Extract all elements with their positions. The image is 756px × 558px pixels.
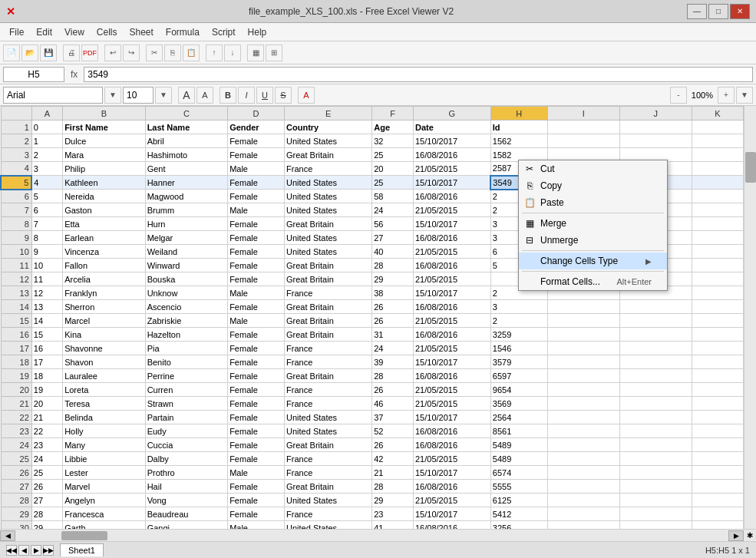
ctx-cut[interactable]: ✂ Cut — [519, 160, 667, 177]
cell-h27[interactable]: 5555 — [490, 480, 547, 494]
cell-d30[interactable]: Male — [228, 521, 285, 530]
cell-b4[interactable]: Philip — [63, 162, 146, 176]
font-size-input[interactable] — [123, 87, 154, 104]
cell-b26[interactable]: Lester — [63, 466, 146, 480]
cell-f21[interactable]: 46 — [372, 397, 414, 411]
cell-h21[interactable]: 3569 — [490, 397, 547, 411]
cell-h29[interactable]: 5412 — [490, 507, 547, 521]
cell-g24[interactable]: 16/08/2016 — [414, 438, 491, 452]
cell-c15[interactable]: Zabriskie — [145, 314, 228, 328]
row-header-13[interactable]: 13 — [1, 286, 31, 300]
menu-item-formula[interactable]: Formula — [160, 25, 206, 39]
cell-j19[interactable] — [619, 369, 692, 383]
cell-f3[interactable]: 25 — [372, 148, 414, 162]
cell-b15[interactable]: Marcel — [63, 314, 146, 328]
minimize-button[interactable]: — — [687, 4, 707, 19]
cell-b19[interactable]: Lauralee — [63, 369, 146, 383]
cell-k6[interactable] — [692, 190, 743, 203]
cell-e6[interactable]: United States — [285, 190, 372, 203]
cell-g25[interactable]: 21/05/2015 — [414, 452, 491, 466]
col-header-h[interactable]: H — [490, 107, 547, 121]
cell-k22[interactable] — [692, 411, 743, 424]
cell-j18[interactable] — [619, 355, 692, 369]
cell-f15[interactable]: 26 — [372, 314, 414, 328]
cell-a23[interactable]: 22 — [31, 424, 62, 438]
col-header-j[interactable]: J — [619, 107, 692, 121]
cell-i1[interactable] — [547, 121, 619, 134]
cell-g10[interactable]: 21/05/2015 — [414, 245, 491, 259]
hscroll-bar[interactable]: ◀ ▶ ✱ — [0, 529, 756, 541]
cell-f5[interactable]: 25 — [372, 176, 414, 190]
cell-d25[interactable]: Female — [228, 452, 285, 466]
cell-k7[interactable] — [692, 203, 743, 217]
cell-d18[interactable]: Female — [228, 355, 285, 369]
cell-g16[interactable]: 16/08/2016 — [414, 328, 491, 342]
cell-f16[interactable]: 31 — [372, 328, 414, 342]
cell-k17[interactable] — [692, 342, 743, 355]
cell-k10[interactable] — [692, 245, 743, 259]
cell-e28[interactable]: United States — [285, 494, 372, 507]
cell-d6[interactable]: Female — [228, 190, 285, 203]
cell-j17[interactable] — [619, 342, 692, 355]
cell-g12[interactable]: 21/05/2015 — [414, 272, 491, 286]
col-header-k[interactable]: K — [692, 107, 743, 121]
cell-i29[interactable] — [547, 507, 619, 521]
cell-a12[interactable]: 11 — [31, 272, 62, 286]
menu-item-cells[interactable]: Cells — [91, 25, 124, 39]
cell-b9[interactable]: Earlean — [63, 231, 146, 245]
cell-e13[interactable]: France — [285, 286, 372, 300]
cell-f2[interactable]: 32 — [372, 134, 414, 148]
cell-k30[interactable] — [692, 521, 743, 530]
strikethrough-button[interactable]: S — [275, 87, 292, 104]
cell-k26[interactable] — [692, 466, 743, 480]
cell-k29[interactable] — [692, 507, 743, 521]
row-header-18[interactable]: 18 — [1, 355, 31, 369]
row-header-9[interactable]: 9 — [1, 231, 31, 245]
menu-item-help[interactable]: Help — [242, 25, 273, 39]
cell-d29[interactable]: Female — [228, 507, 285, 521]
cell-c11[interactable]: Winward — [145, 259, 228, 272]
cell-c2[interactable]: Abril — [145, 134, 228, 148]
cell-b1[interactable]: First Name — [63, 121, 146, 134]
cell-f19[interactable]: 28 — [372, 369, 414, 383]
cell-g28[interactable]: 21/05/2015 — [414, 494, 491, 507]
row-header-23[interactable]: 23 — [1, 424, 31, 438]
cell-b21[interactable]: Teresa — [63, 397, 146, 411]
row-header-20[interactable]: 20 — [1, 383, 31, 397]
cell-g23[interactable]: 16/08/2016 — [414, 424, 491, 438]
cell-d14[interactable]: Female — [228, 300, 285, 314]
cell-b23[interactable]: Holly — [63, 424, 146, 438]
save-button[interactable]: 💾 — [40, 45, 57, 61]
menu-item-file[interactable]: File — [3, 25, 30, 39]
cell-j24[interactable] — [619, 438, 692, 452]
zoom-in-button[interactable]: + — [718, 87, 735, 104]
cell-b24[interactable]: Many — [63, 438, 146, 452]
cell-b2[interactable]: Dulce — [63, 134, 146, 148]
cell-k2[interactable] — [692, 134, 743, 148]
cell-i15[interactable] — [547, 314, 619, 328]
cell-f6[interactable]: 58 — [372, 190, 414, 203]
cell-a25[interactable]: 24 — [31, 452, 62, 466]
cell-e25[interactable]: France — [285, 452, 372, 466]
cell-f26[interactable]: 21 — [372, 466, 414, 480]
cell-i23[interactable] — [547, 424, 619, 438]
menu-item-edit[interactable]: Edit — [30, 25, 58, 39]
cell-e2[interactable]: United States — [285, 134, 372, 148]
cell-c24[interactable]: Cuccia — [145, 438, 228, 452]
cell-c25[interactable]: Dalby — [145, 452, 228, 466]
cell-k27[interactable] — [692, 480, 743, 494]
cell-i18[interactable] — [547, 355, 619, 369]
row-header-28[interactable]: 28 — [1, 494, 31, 507]
row-header-15[interactable]: 15 — [1, 314, 31, 328]
row-header-8[interactable]: 8 — [1, 217, 31, 231]
font-size-dropdown[interactable]: ▼ — [155, 87, 172, 104]
cell-b25[interactable]: Libbie — [63, 452, 146, 466]
cell-h15[interactable]: 2 — [490, 314, 547, 328]
cell-c10[interactable]: Weiland — [145, 245, 228, 259]
hscroll-thumb[interactable] — [61, 531, 107, 540]
cell-c21[interactable]: Strawn — [145, 397, 228, 411]
nav-last-sheet[interactable]: ▶▶ — [43, 545, 54, 556]
cell-f11[interactable]: 28 — [372, 259, 414, 272]
cell-j28[interactable] — [619, 494, 692, 507]
cell-a6[interactable]: 5 — [31, 190, 62, 203]
